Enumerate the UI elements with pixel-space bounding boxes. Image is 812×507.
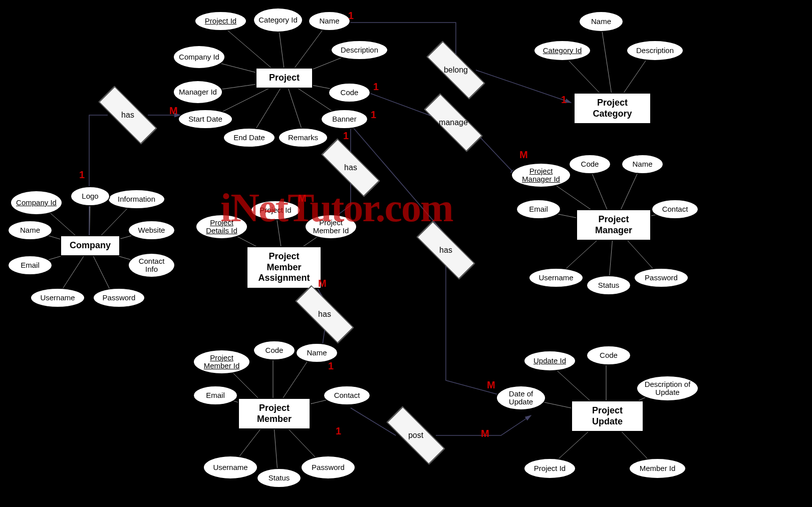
attr-project-enddate: End Date	[223, 128, 276, 148]
attr-pma-memberid: Project Member Id	[305, 214, 357, 239]
attr-pm-code: Code	[569, 154, 611, 174]
attr-pma-id: Project Details Id	[195, 214, 248, 239]
er-diagram-canvas: iNetTutor.com Company Company Id Name Em…	[0, 0, 812, 507]
attr-update-projectid: Project Id	[523, 458, 576, 479]
rel-has-project-update: has	[421, 235, 471, 265]
attr-project-startdate: Start Date	[178, 109, 233, 129]
attr-pm-status: Status	[586, 275, 631, 295]
attr-pm-email: Email	[516, 199, 561, 219]
attr-member-contact: Contact	[323, 385, 371, 405]
attr-pm-contact: Contact	[651, 199, 699, 219]
attr-member-email: Email	[193, 385, 238, 405]
card-project-1-manage: 1	[373, 81, 379, 93]
attr-member-code: Code	[253, 340, 296, 360]
attr-company-info: Information	[108, 189, 165, 209]
card-company-1: 1	[79, 169, 85, 181]
attr-project-name: Name	[308, 11, 351, 31]
card-project-1-belong: 1	[348, 10, 354, 22]
attr-company-website: Website	[128, 220, 175, 240]
attr-company-logo: Logo	[70, 186, 110, 206]
card-pma-M1: M	[298, 193, 307, 204]
attr-member-name: Name	[296, 343, 338, 363]
attr-update-date: Date of Update	[496, 385, 546, 410]
entity-pma: Project Member Assignment	[246, 246, 322, 289]
entity-project: Project	[255, 68, 313, 89]
attr-member-id: Project Member Id	[193, 349, 250, 374]
attr-category-name: Name	[579, 11, 624, 32]
card-project-M: M	[169, 105, 178, 117]
rel-manage: manage	[428, 108, 478, 138]
entity-project-category: Project Category	[574, 93, 651, 124]
card-update-M: M	[487, 379, 495, 391]
attr-project-managerid: Manager Id	[173, 80, 223, 104]
attr-project-code: Code	[328, 83, 371, 103]
rel-has-project-pma: has	[326, 153, 376, 183]
attr-update-description: Description of Update	[636, 375, 699, 401]
card-category-1: 1	[561, 94, 567, 106]
card-member-1: 1	[328, 360, 334, 372]
attr-project-companyid: Company Id	[173, 45, 225, 69]
rel-has-pma-member: has	[300, 299, 350, 329]
card-manager-M: M	[519, 149, 528, 161]
attr-project-banner: Banner	[321, 109, 368, 129]
rel-belong: belong	[431, 55, 481, 85]
attr-project-remarks: Remarks	[278, 128, 328, 148]
card-update-M-post: M	[481, 428, 489, 439]
attr-project-id: Project Id	[194, 11, 247, 31]
rel-post: post	[391, 420, 441, 450]
card-member-1-post: 1	[336, 425, 341, 437]
attr-project-categoryid: Category Id	[253, 8, 303, 33]
attr-company-name: Name	[8, 220, 53, 240]
attr-company-contact: Contact Info	[128, 253, 175, 278]
attr-company-username: Username	[30, 288, 85, 308]
attr-update-code: Code	[586, 345, 631, 365]
entity-company: Company	[60, 235, 120, 256]
attr-update-memberid: Member Id	[629, 458, 686, 479]
attr-company-id: Company Id	[10, 190, 63, 215]
card-project-1-haspma: 1	[343, 130, 349, 142]
card-project-1-hasupdate: 1	[371, 109, 376, 121]
attr-member-status: Status	[256, 468, 302, 488]
entity-project-update: Project Update	[571, 400, 644, 432]
attr-pm-password: Password	[634, 268, 689, 288]
attr-pm-id: Project Manager Id	[511, 163, 571, 188]
attr-pma-projectid: Project Id	[250, 200, 301, 220]
rel-has-company-project: has	[103, 100, 153, 130]
attr-category-id: Category Id	[533, 40, 591, 61]
attr-pm-username: Username	[528, 268, 584, 288]
attr-update-id: Update Id	[523, 350, 576, 371]
attr-member-username: Username	[203, 455, 258, 479]
card-pma-M2: M	[318, 278, 327, 289]
attr-category-description: Description	[626, 40, 684, 61]
attr-member-password: Password	[301, 455, 356, 479]
attr-company-password: Password	[93, 288, 145, 308]
entity-project-member: Project Member	[238, 398, 311, 429]
attr-company-email: Email	[8, 255, 53, 275]
attr-project-description: Description	[331, 40, 388, 60]
entity-project-manager: Project Manager	[576, 209, 651, 241]
attr-pm-name: Name	[621, 154, 664, 174]
